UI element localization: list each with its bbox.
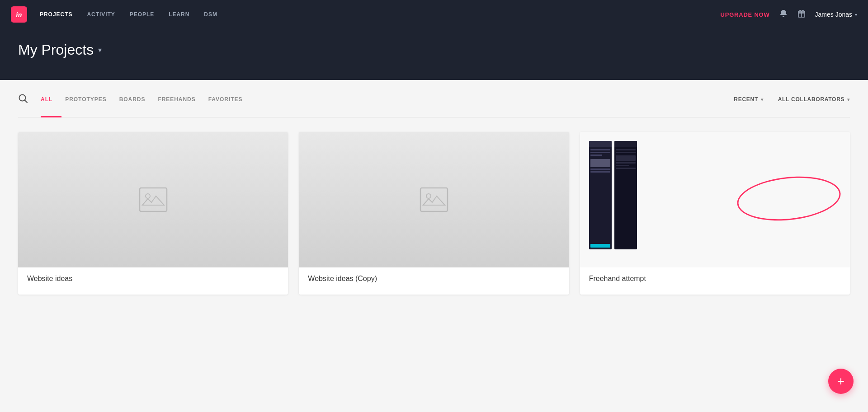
project-thumbnail-3: [580, 132, 850, 267]
svg-text:in: in: [16, 11, 22, 19]
nav-link-learn[interactable]: LEARN: [169, 11, 189, 18]
filter-tab-boards[interactable]: BOARDS: [119, 93, 155, 106]
nav-link-dsm[interactable]: DSM: [204, 11, 217, 18]
filter-tab-prototypes[interactable]: PROTOTYPES: [65, 93, 115, 106]
create-project-fab[interactable]: +: [828, 369, 854, 394]
nav-link-activity[interactable]: ACTIVITY: [87, 11, 115, 18]
nav-right: UPGRADE NOW James Jonas ▾: [721, 9, 857, 20]
nav-link-projects[interactable]: PROJECTS: [40, 11, 72, 18]
page-title-row: My Projects ▾: [18, 42, 850, 58]
project-card-2[interactable]: Website ideas (Copy): [299, 132, 569, 295]
project-card-3[interactable]: Freehand attempt: [580, 132, 850, 295]
empty-thumbnail-1: [18, 132, 288, 267]
filter-right: RECENT ▾ ALL COLLABORATORS ▾: [734, 96, 850, 103]
page-title: My Projects: [18, 42, 94, 58]
sort-label: RECENT: [734, 96, 758, 103]
projects-dropdown-chevron[interactable]: ▾: [98, 46, 102, 54]
projects-grid: Website ideas Website ideas (Copy): [18, 117, 850, 295]
gift-icon[interactable]: [797, 9, 806, 20]
screen-2: [614, 141, 637, 249]
notification-icon[interactable]: [779, 9, 788, 20]
project-thumbnail-2: [299, 132, 569, 267]
svg-line-6: [25, 100, 28, 103]
user-menu[interactable]: James Jonas ▾: [815, 11, 857, 18]
search-button[interactable]: [18, 94, 28, 106]
project-name-2: Website ideas (Copy): [308, 275, 377, 282]
empty-thumbnail-2: [299, 132, 569, 267]
project-info-2: Website ideas (Copy): [299, 267, 569, 290]
navigation: in PROJECTS ACTIVITY PEOPLE LEARN DSM UP…: [0, 0, 868, 29]
project-thumbnail-1: [18, 132, 288, 267]
filter-tab-favorites[interactable]: FAVORITES: [208, 93, 252, 106]
sort-chevron-icon: ▾: [761, 97, 764, 102]
filter-tab-freehands[interactable]: FREEHANDS: [158, 93, 204, 106]
filter-tabs: ALL PROTOTYPES BOARDS FREEHANDS FAVORITE…: [41, 93, 734, 106]
collaborators-label: ALL COLLABORATORS: [778, 96, 845, 103]
svg-point-10: [426, 194, 431, 198]
freehand-screens: [589, 141, 637, 249]
collaborators-dropdown[interactable]: ALL COLLABORATORS ▾: [778, 96, 850, 103]
nav-links: PROJECTS ACTIVITY PEOPLE LEARN DSM: [40, 11, 721, 18]
project-card-1[interactable]: Website ideas: [18, 132, 288, 295]
page-header: My Projects ▾: [0, 29, 868, 80]
user-name: James Jonas: [815, 11, 852, 18]
project-name-1: Website ideas: [27, 275, 72, 282]
svg-point-8: [146, 194, 150, 198]
upgrade-button[interactable]: UPGRADE NOW: [721, 11, 770, 18]
nav-link-people[interactable]: PEOPLE: [130, 11, 154, 18]
filter-bar: ALL PROTOTYPES BOARDS FREEHANDS FAVORITE…: [18, 80, 850, 117]
sort-dropdown[interactable]: RECENT ▾: [734, 96, 763, 103]
project-info-3: Freehand attempt: [580, 267, 850, 290]
invision-logo[interactable]: in: [11, 6, 27, 23]
freehand-circle-annotation: [735, 172, 843, 225]
screen-1: [589, 141, 612, 249]
collaborators-chevron-icon: ▾: [847, 97, 850, 102]
project-name-3: Freehand attempt: [589, 275, 646, 282]
main-content: ALL PROTOTYPES BOARDS FREEHANDS FAVORITE…: [0, 80, 868, 412]
project-info-1: Website ideas: [18, 267, 288, 290]
user-chevron-icon: ▾: [855, 12, 857, 17]
filter-tab-all[interactable]: ALL: [41, 93, 61, 106]
